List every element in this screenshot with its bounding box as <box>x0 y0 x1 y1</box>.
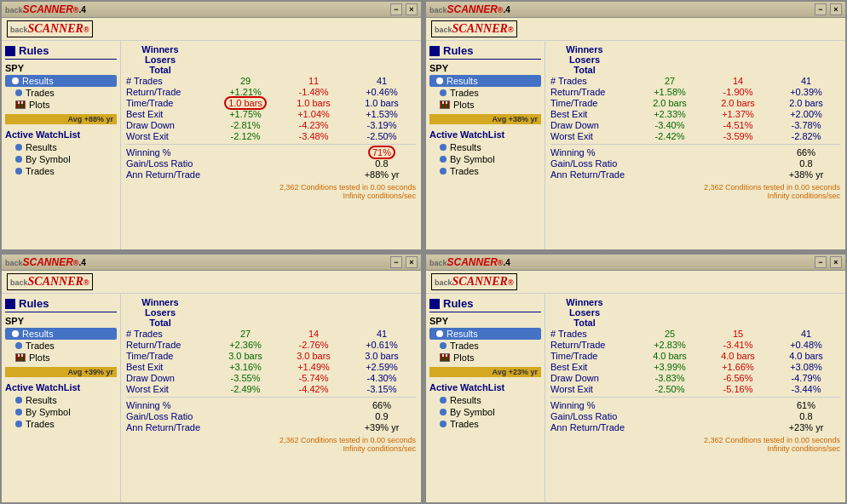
watchlist-by-symbol[interactable]: By Symbol <box>5 153 117 165</box>
watchlist-trades[interactable]: Trades <box>429 165 541 177</box>
header-losers: Losers <box>550 307 619 318</box>
sidebar-item-plots[interactable]: Plots <box>429 99 541 111</box>
bullet-trades <box>15 89 22 96</box>
window-w3: backSCANNER®.4 − × backSCANNER® Rules SP… <box>0 253 423 504</box>
symbol-label: SPY <box>5 63 117 73</box>
close-button[interactable]: × <box>830 3 842 15</box>
logo: backSCANNER®.4 <box>429 256 510 268</box>
row-winners-0: 29 <box>211 76 279 86</box>
row-total-2: 4.0 bars <box>772 351 840 361</box>
bullet-wl-symbol <box>440 409 447 415</box>
row-label-4: Draw Down <box>126 373 211 383</box>
sidebar-item-trades[interactable]: Trades <box>5 340 117 352</box>
row-label-0: # Trades <box>550 329 636 339</box>
plots-icon <box>440 353 450 362</box>
row-losers-0: 14 <box>279 329 348 339</box>
column-headers: Winners Losers Total <box>550 44 840 75</box>
bullet-trades <box>15 342 22 349</box>
sidebar-item-results[interactable]: Results <box>5 328 117 340</box>
row-label-0: # Trades <box>550 76 636 86</box>
watchlist-by-symbol[interactable]: By Symbol <box>429 153 541 165</box>
watchlist-results[interactable]: Results <box>5 394 117 406</box>
content-area: Rules SPY Results Trades Plots Avg +88% … <box>2 41 421 249</box>
watchlist-trades[interactable]: Trades <box>429 418 541 430</box>
footer-stats: 2,362 Conditions tested in 0.00 secondsI… <box>126 436 416 453</box>
window-w1: backSCANNER®.4 − × backSCANNER® Rules SP… <box>0 0 423 251</box>
logo-full: backSCANNER® <box>7 20 93 37</box>
summary-label-1: Gain/Loss Ratio <box>550 158 636 169</box>
summary-total-2: +88% yr <box>348 169 416 180</box>
row-winners-5: -2.12% <box>211 131 279 141</box>
row-label-5: Worst Exit <box>126 131 211 141</box>
sidebar-item-results[interactable]: Results <box>5 75 117 87</box>
data-row-3: Best Exit +2.33% +1.37% +2.00% <box>550 109 840 119</box>
row-total-4: -3.19% <box>348 120 416 130</box>
watchlist-heading: Active WatchList <box>429 382 541 392</box>
bullet-wl-symbol <box>15 156 22 163</box>
main-data-area: Winners Losers Total # Trades 27 14 41 R… <box>545 41 845 249</box>
row-winners-3: +1.75% <box>211 109 279 119</box>
row-label-1: Return/Trade <box>550 340 636 350</box>
logo-bar: backSCANNER® <box>426 18 845 41</box>
sidebar-item-trades[interactable]: Trades <box>5 87 117 99</box>
sidebar-item-plots[interactable]: Plots <box>5 99 117 111</box>
watchlist-results[interactable]: Results <box>5 141 117 153</box>
sidebar-item-plots[interactable]: Plots <box>5 352 117 364</box>
row-label-2: Time/Trade <box>550 351 636 361</box>
title-bar-left: backSCANNER®.4 <box>5 256 86 268</box>
data-row-4: Draw Down -3.83% -6.56% -4.79% <box>550 373 840 383</box>
window-w4: backSCANNER®.4 − × backSCANNER® Rules SP… <box>424 253 847 504</box>
row-winners-4: -2.81% <box>211 120 279 130</box>
summary-label-0: Winning % <box>550 400 636 410</box>
sidebar-item-results[interactable]: Results <box>429 328 541 340</box>
title-controls: − × <box>390 3 418 15</box>
row-losers-4: -5.74% <box>279 373 348 383</box>
watchlist-by-symbol[interactable]: By Symbol <box>5 406 117 418</box>
close-button[interactable]: × <box>406 256 418 268</box>
watchlist-trades[interactable]: Trades <box>5 418 117 430</box>
rules-icon <box>429 299 440 309</box>
bullet-wl-symbol <box>15 409 22 415</box>
row-label-2: Time/Trade <box>126 98 211 108</box>
close-button[interactable]: × <box>406 3 418 15</box>
summary-row-1: Gain/Loss Ratio 0.9 <box>126 411 416 421</box>
row-label-3: Best Exit <box>550 109 636 119</box>
row-total-5: -3.44% <box>772 384 840 394</box>
bullet-wl-results <box>440 397 447 404</box>
watchlist-trades[interactable]: Trades <box>5 165 117 177</box>
row-total-5: -2.82% <box>772 131 840 141</box>
row-label-3: Best Exit <box>126 109 211 119</box>
summary-total-0: 66% <box>348 400 416 410</box>
minimize-button[interactable]: − <box>815 256 827 268</box>
minimize-button[interactable]: − <box>390 3 402 15</box>
watchlist-results[interactable]: Results <box>429 394 541 406</box>
minimize-button[interactable]: − <box>390 256 402 268</box>
sidebar-item-trades[interactable]: Trades <box>429 340 541 352</box>
row-losers-0: 15 <box>704 329 772 339</box>
row-total-3: +1.53% <box>348 109 416 119</box>
title-bar-left: backSCANNER®.4 <box>5 3 86 15</box>
watchlist-heading: Active WatchList <box>429 129 541 140</box>
summary-row-2: Ann Return/Trade +39% yr <box>126 422 416 432</box>
summary-total-1: 0.8 <box>772 411 840 421</box>
title-bar-left: backSCANNER®.4 <box>429 256 510 268</box>
sidebar: Rules SPY Results Trades Plots Avg +23% … <box>426 294 545 502</box>
close-button[interactable]: × <box>830 256 842 268</box>
minimize-button[interactable]: − <box>815 3 827 15</box>
sidebar-item-trades[interactable]: Trades <box>429 87 541 99</box>
window-w2: backSCANNER®.4 − × backSCANNER® Rules SP… <box>424 0 847 251</box>
sidebar-item-results[interactable]: Results <box>429 75 541 87</box>
watchlist-by-symbol[interactable]: By Symbol <box>429 406 541 418</box>
watchlist-results[interactable]: Results <box>429 141 541 153</box>
rules-heading: Rules <box>5 44 117 60</box>
row-losers-3: +1.49% <box>279 362 348 372</box>
row-winners-2: 2.0 bars <box>636 98 704 108</box>
plots-icon <box>15 353 26 362</box>
footer-stats: 2,362 Conditions tested in 0.00 secondsI… <box>550 436 840 453</box>
sidebar-item-plots[interactable]: Plots <box>429 352 541 364</box>
summary-row-0: Winning % 61% <box>550 400 840 410</box>
row-total-2: 2.0 bars <box>772 98 840 108</box>
data-row-4: Draw Down -2.81% -4.23% -3.19% <box>126 120 416 130</box>
row-label-0: # Trades <box>126 76 211 86</box>
row-winners-1: +2.36% <box>211 340 279 350</box>
